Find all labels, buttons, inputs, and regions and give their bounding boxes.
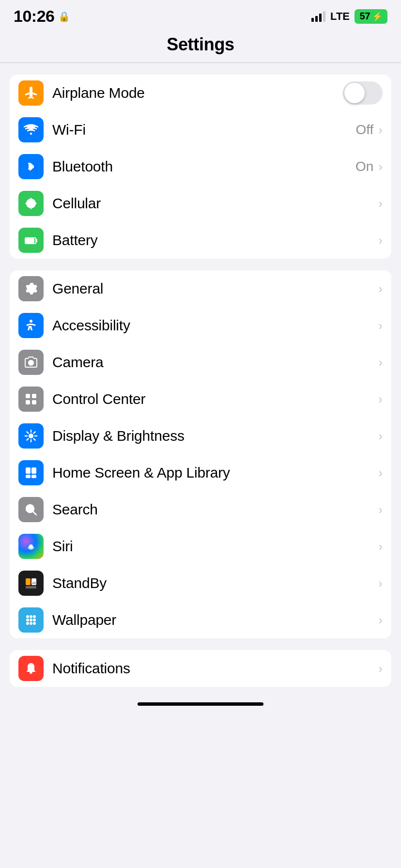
bluetooth-value: On [355,159,373,174]
title-divider [0,62,401,63]
svg-point-31 [30,619,32,621]
standby-label: StandBy [52,575,378,591]
battery-chevron: › [378,233,383,248]
accessibility-chevron: › [378,318,383,333]
svg-point-5 [29,360,33,365]
control-center-row[interactable]: Control Center › [10,381,391,418]
airplane-icon [18,80,44,106]
siri-chevron: › [378,539,383,554]
wifi-icon [18,117,44,142]
svg-point-38 [30,622,32,625]
svg-line-15 [27,432,29,434]
siri-label: Siri [52,538,378,555]
signal-bars [311,11,325,22]
svg-line-24 [33,512,36,515]
toggle-knob [344,83,365,103]
svg-point-34 [33,622,36,625]
svg-line-17 [34,432,35,434]
home-screen-icon [18,460,44,485]
notifications-label: Notifications [52,660,378,677]
svg-rect-22 [31,475,36,478]
status-time: 10:26 [14,7,54,26]
brightness-icon [18,423,44,449]
svg-line-18 [27,439,29,440]
search-label: Search [52,501,378,518]
notifications-row[interactable]: Notifications › [10,650,391,687]
battery-settings-icon [18,228,44,253]
svg-rect-8 [26,400,30,404]
cellular-row[interactable]: Cellular › [10,185,391,222]
system-group: General › Accessibility › Camera › [10,270,391,638]
svg-text:10: 10 [32,581,36,585]
svg-line-16 [34,439,35,440]
bluetooth-chevron: › [378,159,383,174]
wifi-chevron: › [378,123,383,138]
svg-rect-9 [32,400,36,404]
svg-point-4 [30,320,32,323]
home-bar [138,702,263,706]
general-chevron: › [378,281,383,296]
battery-indicator: 57 ⚡ [355,9,387,24]
svg-point-32 [33,615,36,618]
svg-point-36 [26,619,29,621]
camera-row[interactable]: Camera › [10,344,391,381]
standby-icon: 10 [18,571,44,596]
display-brightness-label: Display & Brightness [52,428,378,444]
camera-icon [18,350,44,375]
bluetooth-row[interactable]: Bluetooth On › [10,148,391,185]
svg-rect-20 [31,467,36,474]
notifications-icon [18,656,44,681]
search-row[interactable]: Search › [10,491,391,528]
svg-point-1 [29,201,33,206]
network-type: LTE [330,10,350,23]
portrait-lock-icon: 🔒 [58,11,70,22]
battery-row[interactable]: Battery › [10,222,391,259]
svg-point-33 [26,622,29,625]
control-center-label: Control Center [52,391,378,407]
cellular-label: Cellular [52,195,378,212]
wallpaper-icon [18,607,44,633]
control-center-chevron: › [378,392,383,407]
wallpaper-row[interactable]: Wallpaper › [10,602,391,638]
airplane-mode-row[interactable]: Airplane Mode [10,75,391,111]
siri-icon [18,534,44,559]
general-label: General [52,280,378,297]
wifi-value: Off [355,122,373,138]
page-title: Settings [167,34,234,54]
general-row[interactable]: General › [10,270,391,307]
notifications-chevron: › [378,661,383,676]
cellular-chevron: › [378,196,383,211]
siri-row[interactable]: Siri › [10,528,391,565]
home-screen-chevron: › [378,465,383,480]
battery-charging-icon: ⚡ [372,11,383,22]
svg-rect-28 [26,586,36,589]
wifi-label: Wi-Fi [52,122,355,138]
bluetooth-label: Bluetooth [52,158,355,175]
svg-rect-21 [26,475,31,478]
status-icons: LTE 57 ⚡ [311,9,387,24]
svg-point-25 [29,544,33,548]
svg-point-37 [33,619,36,621]
control-center-icon [18,387,44,412]
standby-row[interactable]: 10 StandBy › [10,565,391,602]
home-screen-row[interactable]: Home Screen & App Library › [10,454,391,491]
camera-chevron: › [378,355,383,370]
svg-rect-3 [26,239,34,243]
svg-rect-7 [32,394,36,398]
home-indicator [0,697,401,710]
display-brightness-row[interactable]: Display & Brightness › [10,418,391,454]
connectivity-group: Airplane Mode Wi-Fi Off › Bluetooth On › [10,75,391,259]
svg-point-10 [29,434,33,438]
accessibility-row[interactable]: Accessibility › [10,307,391,344]
home-screen-label: Home Screen & App Library [52,465,378,481]
accessibility-icon [18,313,44,338]
wallpaper-label: Wallpaper [52,612,378,628]
status-bar: 10:26 🔒 LTE 57 ⚡ [0,0,401,30]
standby-chevron: › [378,576,383,591]
page-title-bar: Settings [0,30,401,62]
wallpaper-chevron: › [378,613,383,628]
airplane-mode-toggle[interactable] [343,81,383,105]
airplane-mode-label: Airplane Mode [52,85,343,101]
wifi-row[interactable]: Wi-Fi Off › [10,111,391,148]
search-settings-icon [18,497,44,522]
